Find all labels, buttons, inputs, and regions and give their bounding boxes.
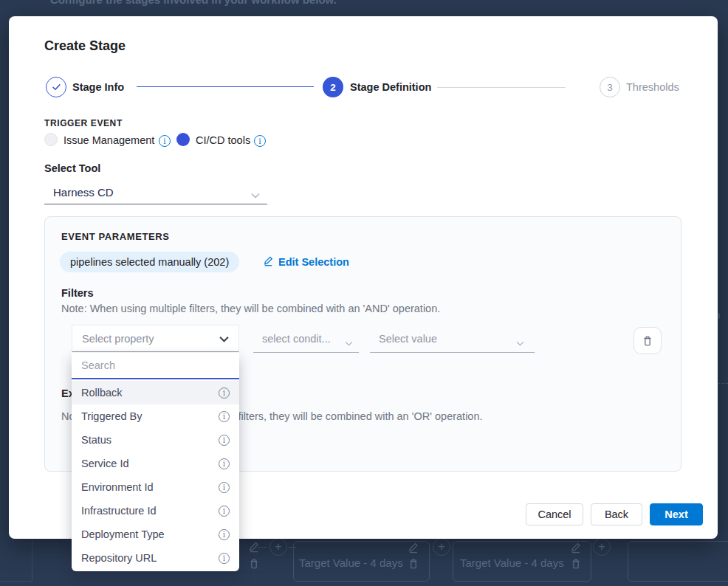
select-tool-label: Select Tool: [44, 162, 100, 174]
step-complete-icon[interactable]: [46, 77, 66, 97]
step-label-stage-definition[interactable]: Stage Definition: [350, 81, 431, 93]
filters-note: Note: When using multiple filters, they …: [61, 303, 440, 314]
dropdown-option-rollback[interactable]: Rollback i: [72, 381, 239, 404]
info-icon[interactable]: i: [254, 135, 266, 147]
pipelines-selected-chip: pipelines selected manually (202): [60, 252, 239, 272]
step-label-stage-info[interactable]: Stage Info: [72, 81, 124, 93]
background-card-edge: [32, 540, 32, 581]
dropdown-option-repository-url[interactable]: Repository URL i: [72, 546, 239, 570]
select-value-placeholder: Select value: [379, 333, 437, 345]
dropdown-option-status[interactable]: Status i: [72, 428, 239, 452]
filters-heading: Filters: [61, 287, 94, 299]
modal-footer: Cancel Back Next: [526, 503, 703, 525]
create-stage-modal: Create Stage Stage Info 2 Stage Definiti…: [9, 16, 718, 539]
info-icon[interactable]: i: [219, 482, 230, 493]
modal-title: Create Stage: [44, 38, 126, 54]
info-icon[interactable]: i: [219, 435, 230, 446]
event-parameters-heading: EVENT PARAMETERS: [61, 231, 170, 242]
next-button[interactable]: Next: [650, 503, 703, 525]
background-heading-text: Configure the stages involved in your wo…: [50, 0, 337, 6]
edit-selection-link[interactable]: Edit Selection: [263, 255, 349, 269]
select-tool-dropdown[interactable]: Harness CD: [44, 180, 267, 204]
background-card-label: Target Value - 4 days: [299, 556, 403, 569]
chevron-down-icon: [516, 336, 524, 349]
cancel-button[interactable]: Cancel: [526, 503, 583, 525]
background-stage-card: [628, 541, 728, 582]
trash-icon: [408, 558, 419, 570]
delete-filter-button[interactable]: [633, 327, 662, 354]
trigger-event-label: TRIGGER EVENT: [44, 118, 123, 128]
add-stage-icon: +: [593, 538, 611, 556]
radio-issue-management[interactable]: [44, 133, 58, 146]
dropdown-search: [72, 353, 239, 379]
dropdown-option-infrastructure-id[interactable]: Infrastructure Id i: [72, 499, 239, 523]
select-property-placeholder: Select property: [82, 333, 154, 345]
dropdown-option-deployment-type[interactable]: Deployment Type i: [72, 523, 239, 546]
add-stage-icon: +: [269, 538, 287, 556]
dropdown-option-service-id[interactable]: Service Id i: [72, 452, 239, 475]
stepper-connector: [437, 87, 566, 88]
info-icon[interactable]: i: [159, 135, 171, 147]
select-condition-dropdown[interactable]: select condit...: [253, 325, 359, 353]
chevron-down-icon: [219, 332, 229, 345]
edit-selection-label: Edit Selection: [278, 256, 349, 268]
stepper-connector: [137, 86, 314, 87]
info-icon[interactable]: i: [219, 553, 230, 564]
info-icon[interactable]: i: [219, 529, 230, 540]
dropdown-option-triggered-by[interactable]: Triggered By i: [72, 404, 239, 428]
background-card-edge: [0, 581, 32, 582]
info-icon[interactable]: i: [219, 411, 230, 422]
trash-icon: [570, 558, 582, 570]
edit-icon: [263, 255, 274, 269]
select-condition-placeholder: select condit...: [262, 333, 331, 345]
select-value-dropdown[interactable]: Select value: [370, 325, 535, 353]
screen: Configure the stages involved in your wo…: [0, 0, 728, 586]
step-label-thresholds[interactable]: Thresholds: [626, 81, 679, 93]
edit-icon: [408, 542, 419, 554]
info-icon[interactable]: i: [219, 506, 230, 517]
chevron-down-icon: [251, 188, 260, 201]
edit-icon: [570, 542, 582, 554]
trash-icon: [248, 558, 260, 570]
step-number-badge[interactable]: 2: [323, 77, 343, 97]
background-card-label: Target Value - 4 days: [460, 556, 564, 569]
property-options-popover: Rollback i Triggered By i Status i Servi…: [72, 353, 239, 571]
radio-cicd-tools[interactable]: [176, 133, 190, 146]
radio-label-cicd-tools[interactable]: CI/CD tools: [196, 134, 250, 146]
info-icon[interactable]: i: [219, 387, 230, 399]
select-property-dropdown[interactable]: Select property: [72, 325, 239, 352]
back-button[interactable]: Back: [591, 503, 642, 525]
dropdown-option-environment-id[interactable]: Environment Id i: [72, 475, 239, 499]
chevron-down-icon: [345, 336, 353, 349]
add-stage-icon: +: [433, 538, 450, 556]
radio-label-issue-management[interactable]: Issue Management: [63, 134, 154, 146]
info-icon[interactable]: i: [219, 458, 230, 469]
select-tool-value: Harness CD: [53, 186, 114, 199]
step-number-badge[interactable]: 3: [600, 77, 620, 97]
search-input[interactable]: [72, 359, 239, 371]
background-connector: [258, 547, 267, 548]
